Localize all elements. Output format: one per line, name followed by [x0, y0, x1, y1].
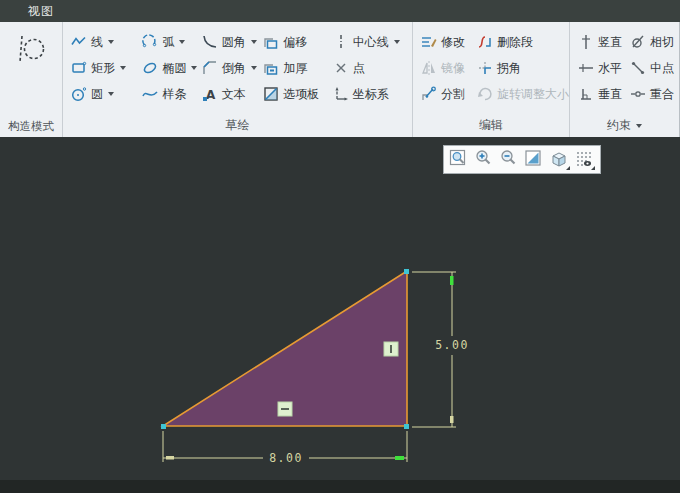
dimension-handle-green[interactable] — [395, 456, 404, 460]
line-button[interactable]: 线 — [71, 29, 142, 55]
group-constrain: 竖直 水平 垂直 相切 — [570, 22, 680, 137]
perpendicular-constraint-button[interactable]: 垂直 — [578, 81, 630, 107]
height-dimension-value[interactable]: 5.00 — [435, 338, 469, 352]
tangent-constraint-icon — [630, 34, 646, 50]
line-label: 线 — [91, 34, 103, 51]
vertex-bottom-left[interactable] — [161, 424, 166, 429]
saved-views-button[interactable] — [549, 149, 571, 171]
dimension-handle[interactable] — [450, 416, 454, 423]
chevron-down-icon[interactable] — [108, 92, 114, 96]
horizontal-constraint-icon — [578, 60, 594, 76]
dimension-handle[interactable] — [166, 456, 174, 460]
ellipse-label: 椭圆 — [162, 60, 186, 77]
fillet-button[interactable]: 圆角 — [202, 29, 263, 55]
arc-icon — [142, 34, 158, 50]
vertical-constraint-button[interactable]: 竖直 — [578, 29, 630, 55]
corner-icon — [477, 60, 493, 76]
corner-button[interactable]: 拐角 — [477, 55, 569, 81]
midpoint-constraint-label: 中点 — [650, 60, 674, 77]
group-edit: 修改 镜像 分割 删除段 — [413, 22, 570, 137]
modify-icon — [421, 34, 437, 50]
offset-label: 偏移 — [283, 34, 307, 51]
chevron-down-icon[interactable] — [108, 40, 114, 44]
display-style-icon — [524, 149, 543, 168]
divide-button[interactable]: 分割 — [421, 81, 477, 107]
chevron-down-icon[interactable] — [179, 40, 185, 44]
tab-view[interactable]: 视图 — [28, 3, 54, 20]
group-label-edit[interactable]: 编辑 — [413, 117, 569, 134]
text-icon: A — [202, 86, 218, 102]
modify-button[interactable]: 修改 — [421, 29, 477, 55]
rectangle-button[interactable]: 矩形 — [71, 55, 142, 81]
horizontal-constraint-label: 水平 — [598, 60, 622, 77]
construction-mode-button[interactable] — [0, 22, 62, 70]
csys-label: 坐标系 — [353, 86, 389, 103]
rotate-resize-icon — [477, 86, 493, 102]
rectangle-label: 矩形 — [91, 60, 115, 77]
vertical-constraint-marker[interactable] — [384, 342, 398, 356]
point-button[interactable]: 点 — [333, 55, 412, 81]
construction-mode-icon — [14, 32, 48, 70]
divide-icon — [421, 86, 437, 102]
status-strip — [0, 480, 680, 493]
zoom-out-button[interactable] — [499, 149, 521, 171]
sketch-canvas[interactable]: 5.00 8.00 — [0, 137, 680, 480]
line-icon — [71, 34, 87, 50]
delete-segment-button[interactable]: 删除段 — [477, 29, 569, 55]
circle-label: 圆 — [91, 86, 103, 103]
text-button[interactable]: A 文本 — [202, 81, 263, 107]
sketch-geometry: 5.00 8.00 — [0, 137, 680, 480]
width-dimension-value[interactable]: 8.00 — [269, 451, 303, 465]
offset-button[interactable]: 偏移 — [263, 29, 332, 55]
spline-label: 样条 — [162, 86, 186, 103]
dropdown-corner-icon — [591, 166, 595, 170]
centerline-label: 中心线 — [353, 34, 389, 51]
modify-label: 修改 — [441, 34, 465, 51]
ellipse-button[interactable]: 椭圆 — [142, 55, 201, 81]
zoom-in-button[interactable] — [474, 149, 496, 171]
chevron-down-icon[interactable] — [251, 40, 257, 44]
delete-segment-label: 删除段 — [497, 34, 533, 51]
zoom-in-icon — [474, 149, 493, 168]
chamfer-button[interactable]: 倒角 — [202, 55, 263, 81]
group-label-sketch[interactable]: 草绘 — [63, 117, 412, 134]
csys-icon — [333, 86, 349, 102]
thicken-button[interactable]: 加厚 — [263, 55, 332, 81]
vertex-top[interactable] — [404, 269, 409, 274]
arc-button[interactable]: 弧 — [142, 29, 201, 55]
chamfer-icon — [202, 60, 218, 76]
chevron-down-icon[interactable] — [191, 66, 197, 70]
csys-button[interactable]: 坐标系 — [333, 81, 412, 107]
group-label-constrain[interactable]: 约束 — [570, 117, 679, 134]
chevron-down-icon[interactable] — [251, 66, 257, 70]
offset-icon — [263, 34, 279, 50]
horizontal-constraint-marker[interactable] — [278, 402, 292, 416]
coincident-constraint-icon — [630, 86, 646, 102]
midpoint-constraint-button[interactable]: 中点 — [630, 55, 678, 81]
thicken-label: 加厚 — [283, 60, 307, 77]
palette-button[interactable]: 选项板 — [263, 81, 332, 107]
chevron-down-icon[interactable] — [394, 40, 400, 44]
svg-text:A: A — [206, 88, 216, 102]
datum-display-button[interactable] — [574, 149, 596, 171]
dropdown-corner-icon — [566, 166, 570, 170]
circle-button[interactable]: 圆 — [71, 81, 142, 107]
zoom-window-button[interactable] — [449, 149, 471, 171]
spline-button[interactable]: 样条 — [142, 81, 201, 107]
view-mini-toolbar — [443, 145, 601, 174]
tangent-constraint-button[interactable]: 相切 — [630, 29, 678, 55]
centerline-button[interactable]: 中心线 — [333, 29, 412, 55]
dimension-handle-green[interactable] — [450, 276, 454, 285]
display-style-button[interactable] — [524, 149, 546, 171]
thicken-icon — [263, 60, 279, 76]
palette-label: 选项板 — [283, 86, 319, 103]
text-label: 文本 — [222, 86, 246, 103]
perpendicular-constraint-label: 垂直 — [598, 86, 622, 103]
vertex-bottom-right[interactable] — [404, 424, 409, 429]
rotate-resize-button: 旋转调整大小 — [477, 81, 569, 107]
arc-label: 弧 — [162, 34, 174, 51]
coincident-constraint-button[interactable]: 重合 — [630, 81, 678, 107]
horizontal-constraint-button[interactable]: 水平 — [578, 55, 630, 81]
chevron-down-icon[interactable] — [120, 66, 126, 70]
zoom-out-icon — [499, 149, 518, 168]
